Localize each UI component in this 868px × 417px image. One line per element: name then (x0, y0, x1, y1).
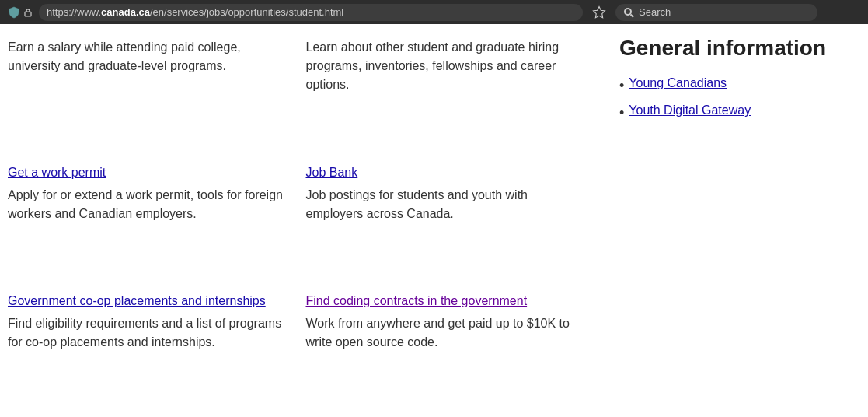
bookmark-button[interactable] (589, 2, 609, 23)
coop-heading: Government co-op placements and internsh… (8, 294, 291, 308)
lock-icon (23, 8, 33, 17)
work-permit-link[interactable]: Get a work permit (8, 166, 106, 179)
shield-icon (8, 6, 20, 19)
url-protocol: https://www. (47, 6, 101, 18)
content-block-1: Earn a salary while attending paid colle… (8, 32, 306, 159)
sidebar: General information • Young Canadians • … (604, 24, 868, 417)
url-bar[interactable]: https://www.canada.ca/en/services/jobs/o… (39, 4, 583, 21)
svg-point-2 (625, 9, 631, 15)
work-permit-description: Apply for or extend a work permit, tools… (8, 186, 291, 223)
work-permit-heading: Get a work permit (8, 166, 291, 180)
main-content: Earn a salary while attending paid colle… (0, 24, 604, 417)
svg-rect-0 (25, 12, 31, 16)
content-block-2: Learn about other student and graduate h… (306, 32, 605, 159)
coding-description: Work from anywhere and get paid up to $1… (306, 314, 589, 352)
content-block-4: Job Bank Job postings for students and y… (306, 159, 605, 289)
coding-heading: Find coding contracts in the government (306, 294, 589, 308)
content-block-3: Get a work permit Apply for or extend a … (8, 159, 306, 289)
sidebar-link-young-canadians[interactable]: Young Canadians (629, 76, 727, 90)
search-label: Search (639, 6, 671, 18)
search-icon (623, 7, 634, 18)
bullet-2: • (619, 105, 624, 121)
sidebar-title: General information (619, 36, 852, 61)
sidebar-list-item-2: • Youth Digital Gateway (619, 103, 852, 121)
svg-line-3 (631, 14, 634, 17)
job-bank-heading: Job Bank (306, 166, 589, 180)
coop-description: Find eligibility requirements and a list… (8, 314, 291, 352)
bullet-1: • (619, 78, 624, 94)
content-block-6: Find coding contracts in the government … (306, 288, 605, 417)
star-icon (592, 5, 606, 19)
url-path: /en/services/jobs/opportunities/student.… (150, 6, 343, 18)
sidebar-list: • Young Canadians • Youth Digital Gatewa… (619, 76, 852, 121)
coding-link[interactable]: Find coding contracts in the government (306, 294, 528, 307)
search-bar[interactable]: Search (615, 4, 817, 21)
job-bank-link[interactable]: Job Bank (306, 166, 358, 179)
sidebar-link-youth-digital-gateway[interactable]: Youth Digital Gateway (629, 103, 751, 117)
intro-text-2: Learn about other student and graduate h… (306, 38, 589, 94)
security-indicator (8, 6, 33, 19)
intro-text-1: Earn a salary while attending paid colle… (8, 38, 291, 75)
page-content: Earn a salary while attending paid colle… (0, 24, 868, 417)
job-bank-description: Job postings for students and youth with… (306, 186, 589, 223)
coop-link[interactable]: Government co-op placements and internsh… (8, 294, 266, 307)
svg-marker-1 (594, 6, 605, 17)
content-block-5: Government co-op placements and internsh… (8, 288, 306, 417)
sidebar-list-item-1: • Young Canadians (619, 76, 852, 94)
browser-chrome: https://www.canada.ca/en/services/jobs/o… (0, 0, 868, 24)
url-domain: canada.ca (101, 6, 150, 18)
